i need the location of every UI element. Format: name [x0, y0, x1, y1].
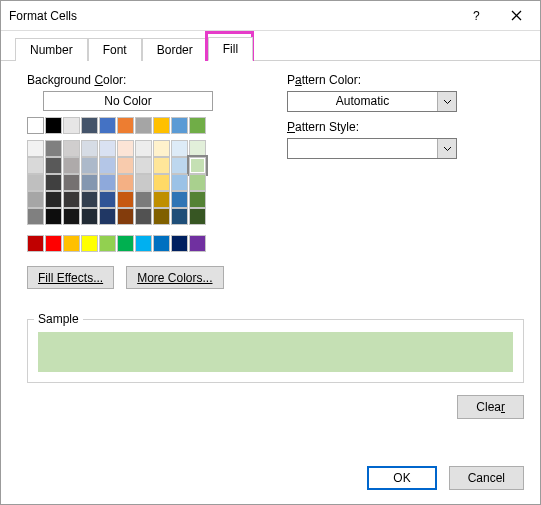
color-swatch[interactable]: [45, 208, 62, 225]
color-swatch[interactable]: [171, 191, 188, 208]
color-swatch[interactable]: [117, 174, 134, 191]
pattern-style-dropdown[interactable]: [287, 138, 457, 159]
dialog-body: Background Color: No Color Fill Effects.…: [1, 61, 540, 458]
color-swatch[interactable]: [63, 191, 80, 208]
color-swatch[interactable]: [153, 208, 170, 225]
no-color-button[interactable]: No Color: [43, 91, 213, 111]
color-swatch[interactable]: [117, 117, 134, 134]
color-swatch[interactable]: [117, 157, 134, 174]
color-swatch[interactable]: [63, 235, 80, 252]
pattern-color-label: Pattern Color:: [287, 73, 524, 87]
color-swatch[interactable]: [99, 140, 116, 157]
color-swatch[interactable]: [135, 117, 152, 134]
color-swatch[interactable]: [135, 235, 152, 252]
color-swatch[interactable]: [117, 191, 134, 208]
color-swatch[interactable]: [81, 191, 98, 208]
color-swatch[interactable]: [189, 174, 206, 191]
theme-tint-grid: [27, 140, 277, 225]
color-swatch[interactable]: [27, 117, 44, 134]
chevron-down-icon: [437, 92, 456, 111]
color-swatch[interactable]: [117, 208, 134, 225]
color-swatch[interactable]: [153, 117, 170, 134]
format-cells-dialog: Format Cells ? NumberFontBorderFill Back…: [0, 0, 541, 505]
color-swatch[interactable]: [81, 140, 98, 157]
color-swatch[interactable]: [45, 174, 62, 191]
color-swatch[interactable]: [27, 208, 44, 225]
clear-button[interactable]: Clear: [457, 395, 524, 419]
color-swatch[interactable]: [81, 117, 98, 134]
color-swatch[interactable]: [117, 140, 134, 157]
color-swatch[interactable]: [45, 235, 62, 252]
color-swatch[interactable]: [153, 157, 170, 174]
color-swatch[interactable]: [153, 174, 170, 191]
pattern-style-value: [288, 139, 437, 158]
color-swatch[interactable]: [189, 157, 206, 174]
color-swatch[interactable]: [45, 117, 62, 134]
color-swatch[interactable]: [27, 140, 44, 157]
color-swatch[interactable]: [27, 157, 44, 174]
color-swatch[interactable]: [153, 140, 170, 157]
pattern-color-dropdown[interactable]: Automatic: [287, 91, 457, 112]
color-swatch[interactable]: [135, 174, 152, 191]
color-swatch[interactable]: [99, 117, 116, 134]
fill-effects-button[interactable]: Fill Effects...: [27, 266, 114, 289]
sample-group: Sample: [27, 319, 524, 383]
pattern-style-label: Pattern Style:: [287, 120, 524, 134]
color-swatch[interactable]: [189, 117, 206, 134]
color-swatch[interactable]: [189, 235, 206, 252]
color-swatch[interactable]: [45, 191, 62, 208]
tab-fill[interactable]: Fill: [208, 37, 253, 61]
color-swatch[interactable]: [81, 157, 98, 174]
ok-button[interactable]: OK: [367, 466, 436, 490]
close-icon: [511, 10, 522, 21]
color-swatch[interactable]: [63, 157, 80, 174]
color-swatch[interactable]: [81, 208, 98, 225]
chevron-down-icon: [437, 139, 456, 158]
color-swatch[interactable]: [135, 140, 152, 157]
close-button[interactable]: [496, 2, 536, 30]
color-swatch[interactable]: [63, 140, 80, 157]
color-swatch[interactable]: [45, 140, 62, 157]
svg-text:?: ?: [473, 9, 480, 23]
tab-number[interactable]: Number: [15, 38, 88, 61]
color-swatch[interactable]: [135, 191, 152, 208]
color-swatch[interactable]: [117, 235, 134, 252]
color-swatch[interactable]: [171, 157, 188, 174]
color-swatch[interactable]: [81, 174, 98, 191]
color-swatch[interactable]: [171, 140, 188, 157]
standard-color-row: [27, 235, 277, 252]
more-colors-button[interactable]: More Colors...: [126, 266, 223, 289]
color-swatch[interactable]: [27, 235, 44, 252]
color-swatch[interactable]: [27, 174, 44, 191]
color-swatch[interactable]: [99, 208, 116, 225]
help-button[interactable]: ?: [456, 2, 496, 30]
color-swatch[interactable]: [171, 174, 188, 191]
color-swatch[interactable]: [63, 174, 80, 191]
color-swatch[interactable]: [153, 191, 170, 208]
background-color-label: Background Color:: [27, 73, 277, 87]
color-swatch[interactable]: [99, 191, 116, 208]
sample-label: Sample: [34, 312, 83, 326]
titlebar: Format Cells ?: [1, 1, 540, 31]
color-swatch[interactable]: [189, 191, 206, 208]
color-swatch[interactable]: [171, 208, 188, 225]
cancel-button[interactable]: Cancel: [449, 466, 524, 490]
tab-border[interactable]: Border: [142, 38, 208, 61]
color-swatch[interactable]: [153, 235, 170, 252]
color-swatch[interactable]: [27, 191, 44, 208]
color-swatch[interactable]: [135, 208, 152, 225]
color-swatch[interactable]: [99, 174, 116, 191]
color-swatch[interactable]: [63, 117, 80, 134]
color-swatch[interactable]: [171, 117, 188, 134]
color-swatch[interactable]: [189, 208, 206, 225]
color-swatch[interactable]: [99, 157, 116, 174]
color-swatch[interactable]: [135, 157, 152, 174]
color-swatch[interactable]: [189, 140, 206, 157]
color-swatch[interactable]: [63, 208, 80, 225]
tab-font[interactable]: Font: [88, 38, 142, 61]
tab-strip: NumberFontBorderFill: [1, 35, 540, 61]
color-swatch[interactable]: [171, 235, 188, 252]
color-swatch[interactable]: [45, 157, 62, 174]
color-swatch[interactable]: [99, 235, 116, 252]
color-swatch[interactable]: [81, 235, 98, 252]
